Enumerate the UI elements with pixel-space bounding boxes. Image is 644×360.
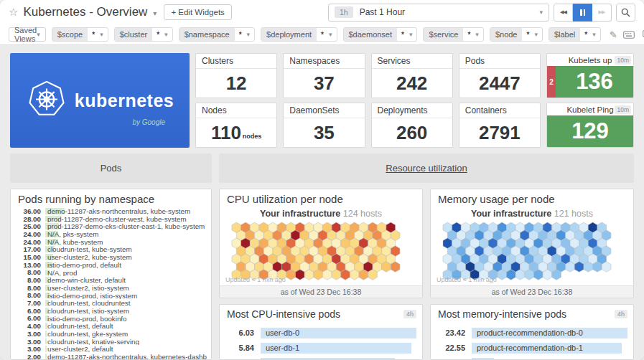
- template-variable[interactable]: $cluster*▾: [114, 27, 173, 42]
- table-row[interactable]: 7.00cloudrun-test, cloudruntest: [15, 299, 207, 307]
- chevron-down-icon: ▾: [328, 29, 337, 40]
- stat-widget[interactable]: Pods2447: [459, 53, 541, 98]
- table-row[interactable]: 17.00cloudrun-test, kube-system: [15, 245, 207, 253]
- row-bar-area: user-db-0: [472, 358, 627, 360]
- pause-button[interactable]: [573, 4, 592, 22]
- rewind-button[interactable]: ◀◀: [554, 4, 573, 22]
- row-label: cloudrun-test, gke-system: [45, 330, 128, 338]
- cpu-column: CPU utilization per node Your infrastruc…: [219, 189, 423, 360]
- table-row[interactable]: 8.00istio-demo-prod, istio-system: [15, 292, 207, 300]
- check-status-widget[interactable]: Kubelets up10m2136: [546, 53, 634, 98]
- table-row[interactable]: 6.00cloudrun-test, istio-system: [15, 307, 207, 315]
- favorite-star-icon[interactable]: ☆: [9, 6, 18, 19]
- table-row[interactable]: 15.00user-cluster2, kube-system: [15, 253, 207, 261]
- stat-widget[interactable]: Namespaces37: [283, 53, 365, 98]
- stat-label: Containers: [459, 103, 540, 118]
- row-label: product-recommendation-db-0: [472, 328, 583, 337]
- chevron-down-icon: ▾: [475, 29, 483, 40]
- chevron-down-icon: ▾: [164, 29, 172, 40]
- table-row[interactable]: 6.00istio-demo-prod, bookinfo: [15, 315, 207, 323]
- template-variable-list: $scope*▾$cluster*▾$namespace*▾$deploymen…: [52, 27, 601, 42]
- memory-column: Memory usage per node Your infrastructur…: [430, 189, 634, 360]
- stat-widget[interactable]: Clusters12: [195, 53, 277, 98]
- row-value: 8.00: [15, 291, 41, 299]
- edit-variables-pencil-icon[interactable]: ✎: [610, 29, 617, 40]
- row-value: 13.00: [15, 261, 41, 269]
- row-label-area: cloudrun-test, istio-system: [45, 307, 207, 315]
- table-row[interactable]: 25.00prod-11287-demo-eks-cluster-east-1,…: [15, 222, 207, 230]
- row-label: user-db-0: [261, 328, 299, 337]
- zoom-search-button[interactable]: [616, 4, 635, 22]
- dashboard-canvas: kubernetes by Google Clusters12Namespace…: [0, 45, 644, 360]
- row-bar-area: user-db-1: [261, 343, 416, 354]
- stat-widget[interactable]: Services242: [371, 53, 453, 98]
- row-label: demo-win-cluster, default: [45, 276, 126, 284]
- toplist-row[interactable]: 5.84user-db-1: [220, 342, 416, 354]
- memory-intensive-list: 23.42product-recommendation-db-022.55pro…: [431, 322, 633, 360]
- row-value: 7.00: [15, 299, 41, 307]
- row-label-area: user-cluster2, default: [45, 345, 207, 353]
- time-range-selector[interactable]: 1h Past 1 Hour ▾: [328, 4, 549, 22]
- toplist-row[interactable]: 5.19user-db-2: [220, 357, 416, 360]
- stat-widget[interactable]: Deployments260: [371, 103, 453, 148]
- stat-value: 37: [284, 69, 364, 98]
- table-row[interactable]: 3.00user-cluster2, default: [15, 345, 207, 353]
- table-row[interactable]: 4.00cloudrun-test, default: [15, 322, 207, 330]
- section-label[interactable]: Resource utilization: [386, 163, 467, 174]
- stat-label: Namespaces: [284, 54, 364, 69]
- row-label: N/A, pks-system: [45, 230, 98, 238]
- stats-grid: Clusters12Namespaces37Services242Pods244…: [195, 53, 541, 148]
- template-variable-name: $namespace: [179, 28, 235, 41]
- chevron-down-icon: ▾: [592, 29, 600, 40]
- memory-hexagon-heatmap[interactable]: [442, 221, 622, 281]
- template-variable[interactable]: $daemonset*▾: [343, 27, 418, 42]
- chevron-down-icon: ▾: [246, 29, 255, 40]
- template-variable[interactable]: $namespace*▾: [179, 27, 255, 42]
- toplist-row[interactable]: 3.34user-db-0: [431, 357, 627, 360]
- table-row[interactable]: 3.00cloudrun-test, gke-system: [15, 330, 207, 338]
- stat-widget[interactable]: Nodes110nodes: [195, 103, 277, 148]
- cpu-hexagon-heatmap[interactable]: [230, 221, 411, 281]
- template-variable[interactable]: $deployment*▾: [261, 27, 337, 42]
- charts-row: Pods running by namespace 36.00demo-1128…: [10, 189, 634, 360]
- template-variable[interactable]: $label*▾: [549, 27, 601, 42]
- template-variable-value: *: [580, 29, 592, 41]
- alert-count-strip: 2: [547, 66, 556, 98]
- saved-views-dropdown[interactable]: Saved Views ▾: [9, 27, 46, 42]
- stat-value: 12: [196, 69, 276, 98]
- title-chevron-down-icon[interactable]: ▾: [153, 9, 157, 17]
- keyboard-shortcuts-icon[interactable]: [623, 31, 635, 39]
- stat-value: 2791: [459, 118, 540, 147]
- table-row[interactable]: 3.00cloudrun-test, knative-serving: [15, 338, 207, 346]
- check-status-widget[interactable]: Kubelet Ping10m129: [546, 103, 634, 148]
- template-variable-value: *: [235, 29, 246, 41]
- row-label-area: istio-demo-prod, istio-system: [45, 292, 207, 300]
- table-row[interactable]: 24.00N/A, pks-system: [15, 230, 207, 238]
- stat-widget[interactable]: Containers2791: [459, 103, 541, 148]
- table-row[interactable]: 36.00demo-11287-aks-northcentralus, kube…: [15, 207, 207, 215]
- toplist-row[interactable]: 22.55product-recommendation-db-1: [431, 342, 627, 354]
- table-row[interactable]: 8.00user-cluster2, istio-system: [15, 284, 207, 292]
- forward-button[interactable]: ▶▶: [592, 4, 612, 22]
- time-chevron-down-icon: ▾: [539, 9, 543, 16]
- row-label: cloudrun-test, knative-serving: [45, 338, 139, 346]
- memory-intensive-pods-panel: Most memory-intensive pods 4h 23.42produ…: [430, 304, 634, 360]
- kubernetes-logo-text: kubernetes: [75, 90, 174, 111]
- toplist-row[interactable]: 6.03user-db-0: [220, 327, 416, 338]
- edit-widgets-button[interactable]: + Edit Widgets: [164, 4, 231, 20]
- saved-views-label: Saved Views: [14, 26, 37, 43]
- row-label-area: cloudrun-test, kube-system: [45, 245, 207, 253]
- table-row[interactable]: 2.00demo-11287-aks-northcentralus, kuber…: [15, 353, 207, 360]
- template-variable[interactable]: $service*▾: [423, 27, 483, 42]
- table-row[interactable]: 8.00demo-win-cluster, default: [15, 276, 207, 284]
- table-row[interactable]: 13.00istio-demo-prod, default: [15, 261, 207, 269]
- template-variable[interactable]: $node*▾: [490, 27, 543, 42]
- table-row[interactable]: 28.00prod-11287-demo-cluster-west, kube-…: [15, 215, 207, 223]
- table-row[interactable]: 8.00N/A, prod: [15, 269, 207, 277]
- table-row[interactable]: 24.00N/A, kube-system: [15, 238, 207, 246]
- row-label-area: cloudrun-test, gke-system: [45, 330, 207, 338]
- chevron-down-icon: ▾: [533, 29, 542, 40]
- stat-widget[interactable]: DaemonSets35: [283, 103, 365, 148]
- toplist-row[interactable]: 23.42product-recommendation-db-0: [431, 327, 627, 338]
- template-variable[interactable]: $scope*▾: [52, 27, 108, 42]
